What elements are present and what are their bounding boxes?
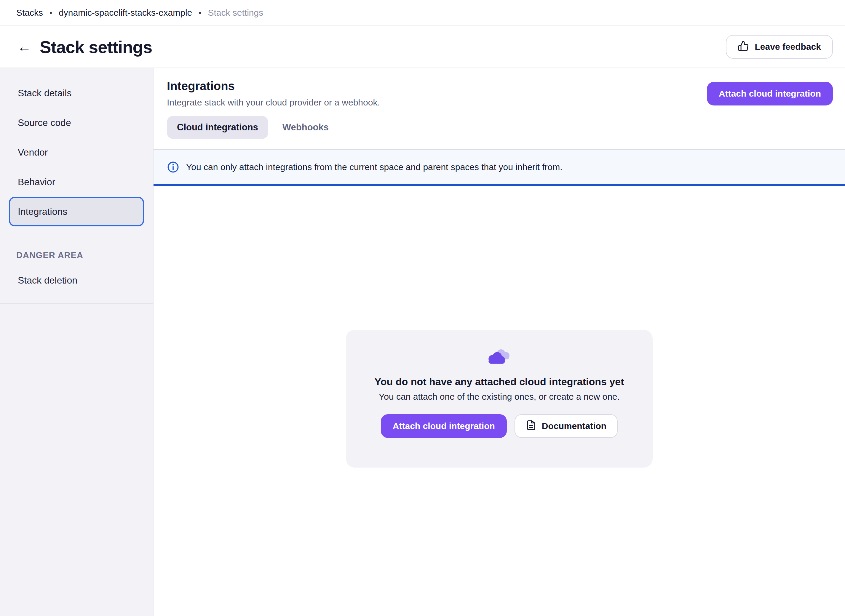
integrations-tabs: Cloud integrations Webhooks: [167, 116, 845, 139]
page-header: ← Stack settings Leave feedback: [0, 26, 845, 68]
thumbs-up-icon: [738, 40, 749, 54]
page-title: Stack settings: [40, 37, 152, 57]
sidebar-divider: [0, 235, 153, 235]
cloud-icon: [486, 346, 513, 366]
breadcrumb-bar: Stacks • dynamic-spacelift-stacks-exampl…: [0, 0, 845, 26]
integrations-subtitle: Integrate stack with your cloud provider…: [167, 97, 380, 107]
breadcrumb-item-current: Stack settings: [208, 8, 263, 18]
attach-cloud-integration-button[interactable]: Attach cloud integration: [381, 414, 507, 438]
integrations-title: Integrations: [167, 79, 380, 93]
attach-cloud-integration-button[interactable]: Attach cloud integration: [707, 82, 833, 106]
leave-feedback-label: Leave feedback: [755, 42, 821, 52]
empty-state-description: You can attach one of the existing ones,…: [379, 392, 620, 402]
documentation-button[interactable]: Documentation: [515, 414, 618, 438]
integrations-header: Integrations Integrate stack with your c…: [154, 68, 845, 107]
breadcrumb-item-stack[interactable]: dynamic-spacelift-stacks-example: [59, 8, 192, 18]
info-icon: [167, 161, 179, 173]
breadcrumb-separator: •: [50, 8, 52, 18]
sidebar-item-stack-deletion[interactable]: Stack deletion: [0, 265, 153, 295]
body: Stack details Source code Vendor Behavio…: [0, 68, 845, 616]
sidebar-item-source-code[interactable]: Source code: [0, 108, 153, 138]
sidebar-nav: Stack details Source code Vendor Behavio…: [0, 68, 153, 226]
tab-cloud-integrations[interactable]: Cloud integrations: [167, 116, 268, 139]
sidebar-divider: [0, 304, 153, 304]
danger-area-heading: DANGER AREA: [16, 246, 153, 264]
back-arrow-icon[interactable]: ←: [17, 40, 31, 54]
stack-settings-page: Stacks • dynamic-spacelift-stacks-exampl…: [0, 0, 845, 616]
sidebar-item-stack-details[interactable]: Stack details: [0, 78, 153, 108]
document-icon: [526, 420, 537, 433]
info-banner: You can only attach integrations from th…: [154, 149, 845, 186]
integrations-panel: Integrations Integrate stack with your c…: [154, 68, 845, 616]
breadcrumb-separator: •: [199, 8, 201, 18]
empty-state-area: You do not have any attached cloud integ…: [154, 186, 845, 616]
leave-feedback-button[interactable]: Leave feedback: [726, 35, 833, 59]
integrations-header-text: Integrations Integrate stack with your c…: [167, 79, 380, 107]
empty-state-buttons: Attach cloud integration Document: [381, 414, 618, 438]
settings-sidebar: Stack details Source code Vendor Behavio…: [0, 68, 154, 616]
sidebar-item-vendor[interactable]: Vendor: [0, 138, 153, 167]
empty-state-card: You do not have any attached cloud integ…: [346, 330, 653, 468]
tab-webhooks[interactable]: Webhooks: [282, 122, 329, 133]
sidebar-item-behavior[interactable]: Behavior: [0, 167, 153, 197]
empty-state-title: You do not have any attached cloud integ…: [375, 376, 624, 387]
breadcrumb-item-stacks[interactable]: Stacks: [16, 8, 43, 18]
sidebar-item-integrations[interactable]: Integrations: [9, 197, 144, 226]
info-banner-text: You can only attach integrations from th…: [186, 162, 563, 172]
breadcrumb: Stacks • dynamic-spacelift-stacks-exampl…: [16, 8, 263, 18]
documentation-button-label: Documentation: [542, 421, 606, 431]
